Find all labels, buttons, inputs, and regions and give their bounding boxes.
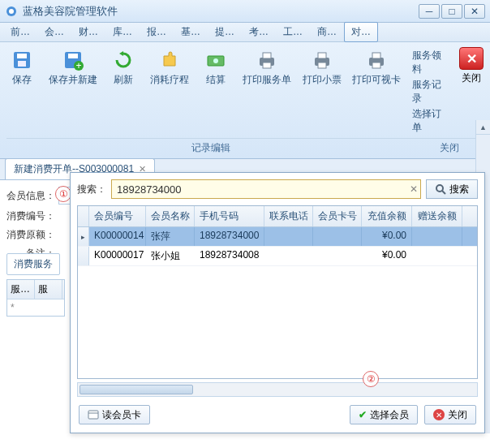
menu-item[interactable]: 提… bbox=[208, 22, 242, 42]
toolbar-label: 保存并新建 bbox=[49, 73, 97, 87]
side-col[interactable]: 服 bbox=[35, 280, 62, 299]
card-icon bbox=[88, 410, 99, 420]
col-card[interactable]: 会员卡号 bbox=[313, 206, 362, 226]
save-new-button[interactable]: + 保存并新建 bbox=[49, 47, 97, 88]
side-col[interactable]: 服… bbox=[7, 280, 35, 299]
cell-card bbox=[313, 247, 362, 265]
grid-header: 会员编号 会员名称 手机号码 联系电话 会员卡号 充值余额 赠送余额 bbox=[78, 206, 477, 227]
menu-item[interactable]: 对… bbox=[344, 22, 378, 42]
print-receipt-button[interactable]: 打印小票 bbox=[303, 47, 342, 88]
svg-rect-12 bbox=[263, 53, 271, 58]
cell-id: K00000017 bbox=[89, 247, 146, 265]
toolbar-label: 消耗疗程 bbox=[150, 73, 189, 87]
col-contact[interactable]: 联系电话 bbox=[264, 206, 313, 226]
menu-item[interactable]: 考… bbox=[242, 22, 276, 42]
svg-text:+: + bbox=[75, 60, 81, 71]
select-order-link[interactable]: 选择订单 bbox=[412, 107, 448, 135]
toolbar-section-label: 记录编辑 bbox=[6, 139, 415, 157]
table-row[interactable]: ▸ K00000014 张萍 18928734000 ¥0.00 bbox=[78, 227, 477, 247]
menu-item[interactable]: 工… bbox=[276, 22, 310, 42]
check-icon: ✔ bbox=[359, 409, 367, 420]
cell-gift bbox=[412, 227, 462, 246]
maximize-button[interactable]: □ bbox=[441, 4, 462, 19]
toolbar-label: 保存 bbox=[12, 73, 32, 87]
close-icon: ✕ bbox=[433, 409, 445, 420]
titlebar: 蓝格美容院管理软件 ─ □ ✕ bbox=[0, 0, 490, 23]
toolbar-label: 结算 bbox=[206, 73, 226, 87]
refresh-button[interactable]: 刷新 bbox=[108, 47, 139, 88]
results-grid: 会员编号 会员名称 手机号码 联系电话 会员卡号 充值余额 赠送余额 ▸ K00… bbox=[77, 205, 478, 379]
search-btn-label: 搜索 bbox=[449, 183, 469, 196]
svg-rect-6 bbox=[68, 54, 78, 58]
menu-item[interactable]: 报… bbox=[140, 22, 174, 42]
printer-icon bbox=[309, 49, 335, 71]
toolbar-label: 打印可视卡 bbox=[352, 73, 401, 87]
svg-rect-4 bbox=[18, 61, 26, 67]
col-balance[interactable]: 充值余额 bbox=[362, 206, 412, 226]
app-icon bbox=[5, 5, 18, 18]
consume-service-tab[interactable]: 消费服务 bbox=[6, 253, 60, 275]
cell-name: 张萍 bbox=[146, 227, 195, 246]
menu-item[interactable]: 会… bbox=[37, 22, 71, 42]
svg-rect-15 bbox=[318, 53, 326, 58]
popup-close-button[interactable]: ✕ 关闭 bbox=[424, 405, 476, 424]
scrollbar-thumb[interactable] bbox=[80, 385, 193, 394]
close-button[interactable]: ✕ 关闭 bbox=[459, 47, 484, 85]
horizontal-scrollbar[interactable] bbox=[77, 382, 478, 397]
menu-item[interactable]: 库… bbox=[105, 22, 140, 42]
search-input[interactable] bbox=[111, 179, 421, 199]
toolbar-links: 服务领料 服务记录 选择订单 bbox=[412, 47, 448, 135]
cell-phone: 18928734008 bbox=[195, 247, 264, 265]
scroll-up-icon[interactable]: ▲ bbox=[476, 120, 490, 135]
menu-item[interactable]: 财… bbox=[71, 22, 105, 42]
search-button[interactable]: 搜索 bbox=[426, 179, 478, 199]
service-record-link[interactable]: 服务记录 bbox=[412, 78, 448, 106]
service-material-link[interactable]: 服务领料 bbox=[412, 49, 448, 76]
col-member-name[interactable]: 会员名称 bbox=[146, 206, 195, 226]
svg-rect-16 bbox=[318, 62, 326, 68]
svg-rect-13 bbox=[263, 62, 271, 68]
consume-origin-label: 消费原额： bbox=[6, 228, 55, 242]
cell-contact bbox=[264, 247, 313, 265]
svg-rect-19 bbox=[372, 62, 380, 68]
cell-balance: ¥0.00 bbox=[362, 247, 412, 265]
puzzle-icon bbox=[157, 49, 183, 71]
menu-item[interactable]: 基… bbox=[174, 22, 208, 42]
cell-gift bbox=[412, 247, 462, 265]
cell-card bbox=[313, 227, 362, 246]
search-label: 搜索： bbox=[77, 183, 106, 196]
select-member-button[interactable]: ✔ 选择会员 bbox=[350, 405, 418, 424]
consume-no-label: 消费编号： bbox=[6, 209, 55, 223]
side-grid: 服…服 * bbox=[6, 279, 65, 317]
save-button[interactable]: 保存 bbox=[6, 47, 37, 88]
money-icon bbox=[203, 49, 229, 71]
svg-point-21 bbox=[436, 185, 443, 192]
col-member-id[interactable]: 会员编号 bbox=[89, 206, 146, 226]
print-card-button[interactable]: 打印可视卡 bbox=[353, 47, 401, 88]
close-label: 关闭 bbox=[448, 408, 467, 422]
printer-icon bbox=[363, 49, 389, 71]
menu-item[interactable]: 商… bbox=[310, 22, 344, 42]
svg-point-10 bbox=[213, 58, 218, 63]
svg-point-1 bbox=[9, 9, 14, 14]
clear-icon[interactable]: ✕ bbox=[406, 183, 421, 195]
col-phone[interactable]: 手机号码 bbox=[195, 206, 264, 226]
row-marker-header bbox=[78, 206, 89, 226]
side-star: * bbox=[7, 299, 22, 316]
popup-footer: 读会员卡 ✔ 选择会员 ✕ 关闭 bbox=[71, 397, 484, 433]
toolbar-label: 关闭 bbox=[462, 71, 481, 85]
svg-rect-3 bbox=[17, 54, 27, 58]
menu-item[interactable]: 前… bbox=[3, 22, 37, 42]
settle-button[interactable]: 结算 bbox=[200, 47, 231, 88]
read-card-button[interactable]: 读会员卡 bbox=[79, 405, 150, 424]
print-service-button[interactable]: 打印服务单 bbox=[243, 47, 290, 88]
cell-contact bbox=[264, 227, 313, 246]
window-close-button[interactable]: ✕ bbox=[464, 4, 485, 19]
col-gift[interactable]: 赠送余额 bbox=[412, 206, 462, 226]
minimize-button[interactable]: ─ bbox=[419, 4, 440, 19]
window-title: 蓝格美容院管理软件 bbox=[23, 4, 419, 19]
grid-body: ▸ K00000014 张萍 18928734000 ¥0.00 K000000… bbox=[78, 227, 477, 378]
magnifier-icon bbox=[435, 183, 446, 195]
table-row[interactable]: K00000017 张小姐 18928734008 ¥0.00 bbox=[78, 247, 477, 266]
consume-course-button[interactable]: 消耗疗程 bbox=[150, 47, 189, 88]
